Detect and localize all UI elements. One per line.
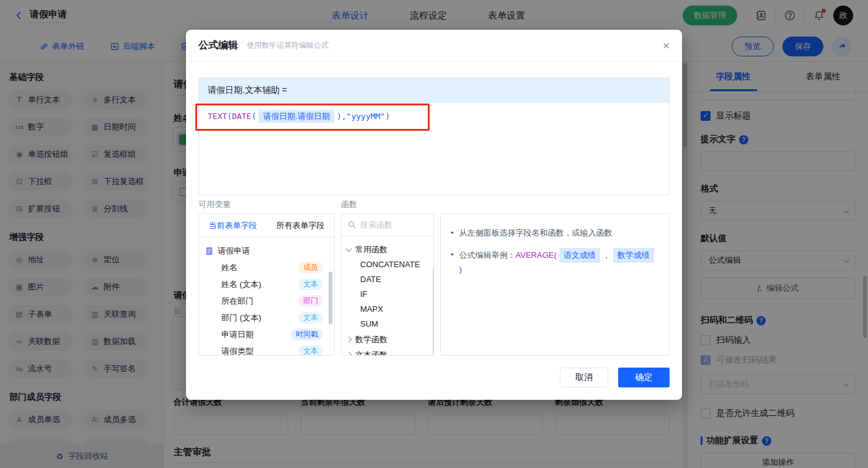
chevron-right-icon <box>346 337 352 343</box>
variables-label: 可用变量 <box>198 199 231 210</box>
variable-item[interactable]: 姓名成员 <box>205 259 328 276</box>
variable-item[interactable]: 姓名 (文本)文本 <box>205 276 328 293</box>
confirm-button[interactable]: 确定 <box>618 368 670 387</box>
variable-item[interactable]: 请假类型文本 <box>205 343 328 356</box>
scrollbar-thumb[interactable] <box>433 267 434 356</box>
search-icon <box>348 221 356 229</box>
function-group-math[interactable]: 数学函数 <box>347 332 428 347</box>
variable-item[interactable]: 部门 (文本)文本 <box>205 309 328 326</box>
function-search-input[interactable]: 搜索函数 <box>342 214 433 236</box>
functions-panel: 搜索函数 常用函数 CONCATENATE DATE IF MAPX SUM 数… <box>341 213 434 356</box>
function-item[interactable]: MAPX <box>347 302 428 317</box>
document-icon <box>205 247 213 255</box>
variable-item[interactable]: 申请日期时间戳 <box>205 326 328 343</box>
help-line-1: 从左侧面板选择字段名和函数，或输入函数 <box>459 226 613 240</box>
dialog-title: 公式编辑 <box>198 39 238 52</box>
example-variable-chip: 数学成绩 <box>613 248 654 263</box>
formula-help-panel: •从左侧面板选择字段名和函数，或输入函数 • 公式编辑举例：AVERAGE(语文… <box>440 213 670 356</box>
example-variable-chip: 语文成绩 <box>559 248 600 263</box>
formula-target: 请假日期.文本辅助 = <box>199 78 669 103</box>
chevron-right-icon <box>346 352 352 356</box>
function-item[interactable]: SUM <box>347 317 428 332</box>
type-badge: 时间戳 <box>291 329 323 340</box>
type-badge: 成员 <box>298 262 323 273</box>
functions-label: 函数 <box>341 199 357 210</box>
formula-variable-chip[interactable]: 请假日期.请假日期 <box>259 110 334 123</box>
close-icon[interactable]: × <box>663 40 670 51</box>
tab-all-form-fields[interactable]: 所有表单字段 <box>277 220 325 231</box>
variable-tree-root[interactable]: 请假申请 <box>205 242 328 259</box>
tab-current-form-fields[interactable]: 当前表单字段 <box>209 220 257 231</box>
variables-panel: 当前表单字段 所有表单字段 请假申请 姓名成员 姓名 (文本)文本 所在部门部门… <box>198 213 335 356</box>
type-badge: 文本 <box>298 278 323 290</box>
function-group-common[interactable]: 常用函数 <box>347 242 428 257</box>
cancel-button[interactable]: 取消 <box>560 368 608 387</box>
formula-editor-dialog: 公式编辑 使用数学运算符编辑公式 × 请假日期.文本辅助 = TEXT(DATE… <box>186 30 682 400</box>
scrollbar-thumb[interactable] <box>329 272 332 324</box>
chevron-down-icon <box>346 245 352 252</box>
function-item[interactable]: DATE <box>347 272 428 287</box>
formula-input[interactable]: TEXT(DATE(请假日期.请假日期),"yyyyMM") <box>199 103 669 130</box>
help-line-2: 公式编辑举例：AVERAGE(语文成绩，数学成绩) <box>459 248 659 276</box>
type-badge: 部门 <box>298 295 323 307</box>
function-group-text[interactable]: 文本函数 <box>347 347 428 356</box>
type-badge: 文本 <box>298 345 323 356</box>
dialog-subtitle: 使用数学运算符编辑公式 <box>247 40 329 51</box>
type-badge: 文本 <box>298 312 323 324</box>
formula-editor: 请假日期.文本辅助 = TEXT(DATE(请假日期.请假日期),"yyyyMM… <box>198 77 670 195</box>
variable-item[interactable]: 所在部门部门 <box>205 293 328 309</box>
function-item[interactable]: IF <box>347 287 428 302</box>
function-item[interactable]: CONCATENATE <box>347 257 428 272</box>
